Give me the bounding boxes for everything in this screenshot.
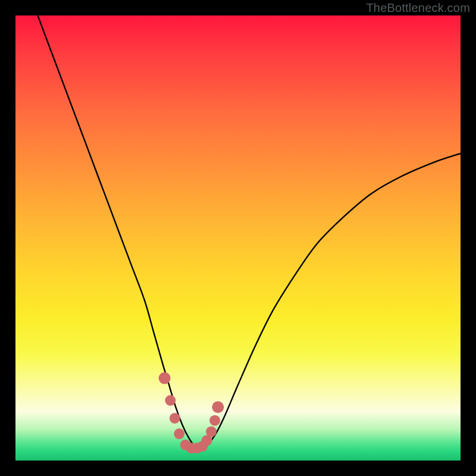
- chart-frame: TheBottleneck.com: [0, 0, 476, 476]
- plot-area: [15, 15, 461, 461]
- optimal-marker: [159, 372, 171, 384]
- optimal-marker: [212, 401, 224, 413]
- curve-svg: [15, 15, 461, 461]
- optimal-marker: [209, 415, 220, 426]
- watermark-text: TheBottleneck.com: [366, 1, 470, 15]
- bottleneck-curve: [37, 15, 461, 448]
- optimal-marker: [206, 426, 217, 437]
- optimal-marker: [174, 428, 184, 439]
- optimal-marker: [165, 395, 176, 406]
- optimal-marker: [170, 413, 180, 424]
